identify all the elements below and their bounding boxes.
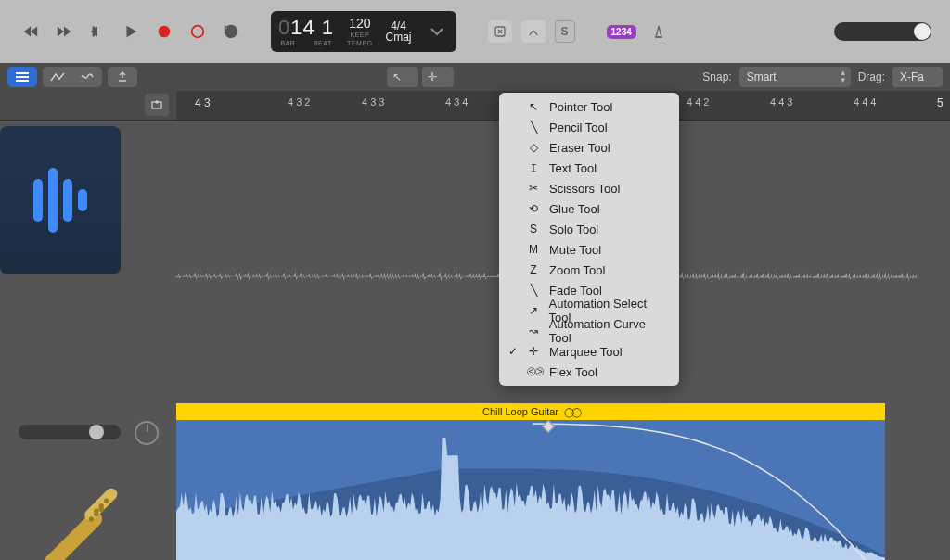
tool-icon: ↗: [527, 304, 540, 317]
tool-icon: Z: [527, 263, 540, 276]
tool-icon: ✂: [527, 182, 540, 195]
tool-icon: ✛: [527, 345, 540, 358]
count-in-badge[interactable]: 1234: [607, 25, 636, 39]
right-tool-dropdown[interactable]: ✛⌄: [422, 67, 454, 87]
key-value[interactable]: Cmaj: [386, 32, 412, 43]
tool-menu-item[interactable]: ⟲Glue Tool: [499, 198, 679, 219]
track-header-audio[interactable]: [0, 126, 121, 274]
marquee-icon: ✛: [428, 70, 437, 83]
forward-button[interactable]: [52, 19, 76, 44]
audio-waveform-icon: [33, 168, 87, 233]
tool-label: Zoom Tool: [549, 263, 605, 277]
beat-value: 1: [322, 16, 334, 39]
master-volume-slider[interactable]: [834, 22, 931, 41]
svg-point-13: [99, 507, 104, 512]
ruler-tick: 4 3 2: [288, 96, 310, 108]
arrange-area: Chill Loop Guitar ◯◯: [0, 121, 950, 560]
tool-menu-item[interactable]: ZZoom Tool: [499, 260, 679, 280]
lcd-display[interactable]: 014 1 BAR BEAT 120 KEEP TEMPO 4/4 Cmaj: [271, 11, 456, 52]
bar-value: 14: [290, 16, 315, 39]
automation-view-button[interactable]: [43, 67, 72, 87]
tool-menu[interactable]: ↖Pointer Tool╲Pencil Tool◇Eraser Tool𝙸Te…: [499, 93, 679, 386]
tool-icon: ↖: [527, 100, 540, 113]
tool-label: Pointer Tool: [549, 100, 612, 114]
cycle-button[interactable]: [219, 19, 243, 44]
snap-select[interactable]: Smart▲▼: [739, 67, 851, 87]
tool-label: Mute Tool: [549, 243, 601, 257]
replace-button[interactable]: [488, 20, 512, 43]
flex-view-button[interactable]: [72, 67, 102, 87]
tool-label: Scissors Tool: [549, 182, 620, 196]
ruler-tick: 4 4 2: [687, 96, 709, 108]
tool-label: Eraser Tool: [549, 141, 610, 155]
marker-add-button[interactable]: [145, 94, 169, 116]
svg-rect-5: [16, 76, 29, 78]
tool-icon: M: [527, 243, 540, 256]
svg-point-12: [94, 512, 98, 516]
tool-menu-item[interactable]: ⧀⧁Flex Tool: [499, 362, 679, 382]
tool-icon: 𝙸: [527, 161, 540, 174]
metronome-button[interactable]: [646, 20, 672, 43]
svg-point-10: [104, 499, 109, 503]
svg-rect-6: [16, 80, 29, 82]
tool-icon: ◇: [527, 141, 540, 154]
tuner-button[interactable]: [521, 20, 546, 43]
tool-label: Fade Tool: [549, 284, 602, 298]
play-button[interactable]: [119, 19, 143, 44]
horizontal-zoom-slider[interactable]: [19, 425, 121, 439]
stop-button[interactable]: [85, 19, 109, 44]
tool-menu-item[interactable]: ╲Pencil Tool: [499, 117, 679, 137]
drag-select[interactable]: X-Fa: [892, 67, 943, 87]
chevron-down-icon: ⌄: [441, 72, 448, 82]
tool-selectors: ↖⌄ ✛⌄: [387, 67, 454, 87]
rewind-button[interactable]: [19, 19, 43, 44]
tool-icon: ⧀⧁: [527, 365, 540, 378]
capture-record-button[interactable]: [186, 19, 210, 44]
region-waveform: [176, 420, 885, 560]
drag-label: Drag:: [858, 70, 885, 83]
tool-icon: ↝: [527, 325, 540, 337]
tool-label: Marquee Tool: [549, 345, 623, 359]
left-tool-dropdown[interactable]: ↖⌄: [387, 67, 418, 87]
ruler-tick: 5: [937, 96, 944, 109]
top-toolbar: 014 1 BAR BEAT 120 KEEP TEMPO 4/4 Cmaj S…: [0, 0, 950, 63]
record-button[interactable]: [152, 19, 176, 44]
snap-label: Snap:: [702, 70, 731, 83]
guitar-track-icon: [45, 486, 128, 560]
lcd-dropdown-icon[interactable]: [425, 19, 449, 44]
pan-dial[interactable]: [135, 421, 159, 445]
solo-lock-button[interactable]: S: [555, 20, 575, 43]
tool-label: Flex Tool: [549, 365, 597, 379]
catch-button[interactable]: [108, 67, 137, 87]
tempo-value[interactable]: 120: [347, 17, 372, 30]
tool-menu-item[interactable]: ◇Eraser Tool: [499, 137, 679, 158]
ruler-tick: 4 4 3: [770, 96, 792, 108]
bar-prefix: 0: [278, 16, 290, 39]
tool-menu-item[interactable]: MMute Tool: [499, 239, 679, 260]
tool-menu-item[interactable]: ↝Automation Curve Tool: [499, 321, 679, 341]
view-tracks-button[interactable]: [7, 67, 37, 87]
check-icon: ✓: [508, 345, 518, 358]
tool-label: Pencil Tool: [549, 121, 608, 134]
audio-region[interactable]: Chill Loop Guitar ◯◯: [176, 403, 885, 560]
svg-point-11: [89, 516, 94, 521]
timeline-ruler[interactable]: 4 34 3 24 3 34 3 44 44 4 24 4 34 4 455 1…: [0, 91, 950, 121]
region-header[interactable]: Chill Loop Guitar ◯◯: [176, 403, 885, 420]
tool-label: Glue Tool: [549, 202, 600, 216]
tool-menu-item[interactable]: ↖Pointer Tool: [499, 96, 679, 117]
chevron-down-icon: ⌄: [405, 72, 413, 82]
tool-icon: ╲: [527, 121, 540, 134]
transport-controls: [19, 19, 243, 44]
tool-menu-item[interactable]: ✂Scissors Tool: [499, 178, 679, 198]
loop-icon: ◯◯: [564, 407, 579, 417]
tool-label: Automation Curve Tool: [549, 317, 670, 345]
tool-label: Text Tool: [549, 161, 597, 175]
svg-rect-4: [16, 72, 29, 74]
tool-menu-item[interactable]: SSolo Tool: [499, 219, 679, 239]
tool-menu-item[interactable]: 𝙸Text Tool: [499, 158, 679, 178]
tool-label: Solo Tool: [549, 223, 598, 236]
secondary-toolbar: ↖⌄ ✛⌄ Snap: Smart▲▼ Drag: X-Fa: [0, 63, 950, 91]
ruler-tick: 4 3 3: [362, 96, 384, 108]
ruler-tick: 4 3: [195, 96, 211, 109]
pointer-icon: ↖: [392, 70, 402, 83]
